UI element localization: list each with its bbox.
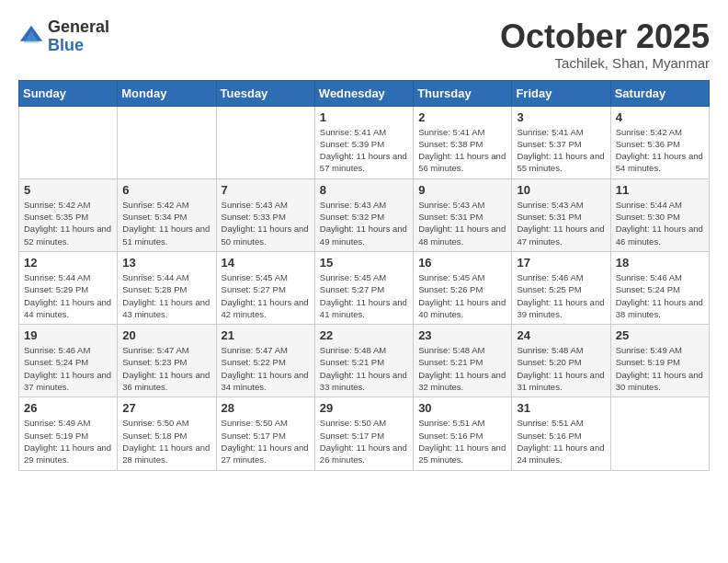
calendar-cell: 27Sunrise: 5:50 AMSunset: 5:18 PMDayligh… xyxy=(118,397,216,470)
day-number: 7 xyxy=(222,183,310,197)
weekday-header-sunday: Sunday xyxy=(19,80,118,106)
calendar-cell: 31Sunrise: 5:51 AMSunset: 5:16 PMDayligh… xyxy=(512,397,610,470)
day-number: 12 xyxy=(24,256,112,270)
day-info: Sunrise: 5:46 AMSunset: 5:24 PMDaylight:… xyxy=(24,344,112,393)
calendar-cell: 17Sunrise: 5:46 AMSunset: 5:25 PMDayligh… xyxy=(512,251,610,324)
day-number: 31 xyxy=(517,401,605,415)
day-info: Sunrise: 5:47 AMSunset: 5:23 PMDaylight:… xyxy=(122,344,210,393)
day-info: Sunrise: 5:43 AMSunset: 5:33 PMDaylight:… xyxy=(222,199,310,247)
logo-blue-text: Blue xyxy=(48,37,109,55)
day-number: 18 xyxy=(616,256,704,270)
day-number: 10 xyxy=(517,183,605,197)
calendar-body: 1Sunrise: 5:41 AMSunset: 5:39 PMDaylight… xyxy=(19,106,710,470)
day-info: Sunrise: 5:46 AMSunset: 5:24 PMDaylight:… xyxy=(616,271,704,320)
page-header: General Blue October 2025 Tachilek, Shan… xyxy=(18,18,710,71)
day-info: Sunrise: 5:50 AMSunset: 5:18 PMDaylight:… xyxy=(122,417,210,465)
day-info: Sunrise: 5:45 AMSunset: 5:27 PMDaylight:… xyxy=(222,271,310,320)
day-info: Sunrise: 5:42 AMSunset: 5:34 PMDaylight:… xyxy=(122,199,210,247)
day-info: Sunrise: 5:46 AMSunset: 5:25 PMDaylight:… xyxy=(517,271,605,320)
calendar-cell: 26Sunrise: 5:49 AMSunset: 5:19 PMDayligh… xyxy=(19,397,118,470)
day-info: Sunrise: 5:41 AMSunset: 5:38 PMDaylight:… xyxy=(418,126,506,175)
calendar-cell xyxy=(610,397,709,470)
day-number: 30 xyxy=(418,401,506,415)
day-number: 29 xyxy=(320,401,408,415)
day-number: 27 xyxy=(122,401,210,415)
calendar-cell: 16Sunrise: 5:45 AMSunset: 5:26 PMDayligh… xyxy=(414,251,512,324)
day-info: Sunrise: 5:44 AMSunset: 5:30 PMDaylight:… xyxy=(616,199,704,247)
calendar-cell: 30Sunrise: 5:51 AMSunset: 5:16 PMDayligh… xyxy=(414,397,512,470)
weekday-header-thursday: Thursday xyxy=(414,80,512,106)
calendar-cell: 7Sunrise: 5:43 AMSunset: 5:33 PMDaylight… xyxy=(216,178,314,251)
calendar-cell: 25Sunrise: 5:49 AMSunset: 5:19 PMDayligh… xyxy=(610,325,709,397)
day-info: Sunrise: 5:41 AMSunset: 5:39 PMDaylight:… xyxy=(320,126,408,175)
day-info: Sunrise: 5:47 AMSunset: 5:22 PMDaylight:… xyxy=(222,344,310,393)
day-number: 6 xyxy=(122,183,210,197)
day-number: 19 xyxy=(24,328,112,342)
day-number: 2 xyxy=(418,110,506,124)
weekday-header-saturday: Saturday xyxy=(610,80,709,106)
calendar-cell: 4Sunrise: 5:42 AMSunset: 5:36 PMDaylight… xyxy=(610,106,709,178)
day-number: 4 xyxy=(616,110,704,124)
weekday-header-tuesday: Tuesday xyxy=(216,80,314,106)
day-info: Sunrise: 5:51 AMSunset: 5:16 PMDaylight:… xyxy=(418,417,506,465)
day-number: 13 xyxy=(122,256,210,270)
day-number: 11 xyxy=(616,183,704,197)
day-number: 26 xyxy=(24,401,112,415)
calendar-week-4: 19Sunrise: 5:46 AMSunset: 5:24 PMDayligh… xyxy=(19,325,710,397)
logo-text: General Blue xyxy=(48,18,109,55)
month-title: October 2025 xyxy=(500,18,710,55)
day-number: 28 xyxy=(222,401,310,415)
calendar-cell xyxy=(216,106,314,178)
calendar-cell xyxy=(118,106,216,178)
calendar-cell xyxy=(19,106,118,178)
day-info: Sunrise: 5:48 AMSunset: 5:21 PMDaylight:… xyxy=(418,344,506,393)
weekday-header-wednesday: Wednesday xyxy=(314,80,413,106)
day-info: Sunrise: 5:41 AMSunset: 5:37 PMDaylight:… xyxy=(517,126,605,175)
day-info: Sunrise: 5:49 AMSunset: 5:19 PMDaylight:… xyxy=(24,417,112,465)
day-number: 24 xyxy=(517,328,605,342)
calendar-cell: 24Sunrise: 5:48 AMSunset: 5:20 PMDayligh… xyxy=(512,325,610,397)
calendar-cell: 5Sunrise: 5:42 AMSunset: 5:35 PMDaylight… xyxy=(19,178,118,251)
calendar-cell: 2Sunrise: 5:41 AMSunset: 5:38 PMDaylight… xyxy=(414,106,512,178)
calendar-header: SundayMondayTuesdayWednesdayThursdayFrid… xyxy=(19,80,710,106)
calendar-table: SundayMondayTuesdayWednesdayThursdayFrid… xyxy=(18,80,710,471)
day-number: 3 xyxy=(517,110,605,124)
day-info: Sunrise: 5:44 AMSunset: 5:28 PMDaylight:… xyxy=(122,271,210,320)
calendar-cell: 22Sunrise: 5:48 AMSunset: 5:21 PMDayligh… xyxy=(314,325,413,397)
day-info: Sunrise: 5:43 AMSunset: 5:31 PMDaylight:… xyxy=(517,199,605,247)
day-info: Sunrise: 5:44 AMSunset: 5:29 PMDaylight:… xyxy=(24,271,112,320)
day-info: Sunrise: 5:45 AMSunset: 5:26 PMDaylight:… xyxy=(418,271,506,320)
weekday-header-row: SundayMondayTuesdayWednesdayThursdayFrid… xyxy=(19,80,710,106)
day-number: 22 xyxy=(320,328,408,342)
calendar-cell: 8Sunrise: 5:43 AMSunset: 5:32 PMDaylight… xyxy=(314,178,413,251)
day-info: Sunrise: 5:50 AMSunset: 5:17 PMDaylight:… xyxy=(222,417,310,465)
logo: General Blue xyxy=(18,18,109,55)
calendar-cell: 11Sunrise: 5:44 AMSunset: 5:30 PMDayligh… xyxy=(610,178,709,251)
calendar-cell: 9Sunrise: 5:43 AMSunset: 5:31 PMDaylight… xyxy=(414,178,512,251)
calendar-cell: 10Sunrise: 5:43 AMSunset: 5:31 PMDayligh… xyxy=(512,178,610,251)
day-number: 16 xyxy=(418,256,506,270)
day-number: 21 xyxy=(222,328,310,342)
day-info: Sunrise: 5:49 AMSunset: 5:19 PMDaylight:… xyxy=(616,344,704,393)
calendar-cell: 29Sunrise: 5:50 AMSunset: 5:17 PMDayligh… xyxy=(314,397,413,470)
day-info: Sunrise: 5:43 AMSunset: 5:31 PMDaylight:… xyxy=(418,199,506,247)
day-info: Sunrise: 5:42 AMSunset: 5:36 PMDaylight:… xyxy=(616,126,704,175)
day-number: 5 xyxy=(24,183,112,197)
day-number: 15 xyxy=(320,256,408,270)
calendar-week-5: 26Sunrise: 5:49 AMSunset: 5:19 PMDayligh… xyxy=(19,397,710,470)
weekday-header-friday: Friday xyxy=(512,80,610,106)
calendar-cell: 12Sunrise: 5:44 AMSunset: 5:29 PMDayligh… xyxy=(19,251,118,324)
day-info: Sunrise: 5:43 AMSunset: 5:32 PMDaylight:… xyxy=(320,199,408,247)
title-block: October 2025 Tachilek, Shan, Myanmar xyxy=(500,18,710,71)
day-number: 20 xyxy=(122,328,210,342)
weekday-header-monday: Monday xyxy=(118,80,216,106)
calendar-cell: 23Sunrise: 5:48 AMSunset: 5:21 PMDayligh… xyxy=(414,325,512,397)
day-info: Sunrise: 5:48 AMSunset: 5:21 PMDaylight:… xyxy=(320,344,408,393)
calendar-week-2: 5Sunrise: 5:42 AMSunset: 5:35 PMDaylight… xyxy=(19,178,710,251)
day-number: 8 xyxy=(320,183,408,197)
calendar-cell: 20Sunrise: 5:47 AMSunset: 5:23 PMDayligh… xyxy=(118,325,216,397)
calendar-cell: 15Sunrise: 5:45 AMSunset: 5:27 PMDayligh… xyxy=(314,251,413,324)
calendar-cell: 14Sunrise: 5:45 AMSunset: 5:27 PMDayligh… xyxy=(216,251,314,324)
logo-icon xyxy=(18,24,44,50)
calendar-cell: 6Sunrise: 5:42 AMSunset: 5:34 PMDaylight… xyxy=(118,178,216,251)
